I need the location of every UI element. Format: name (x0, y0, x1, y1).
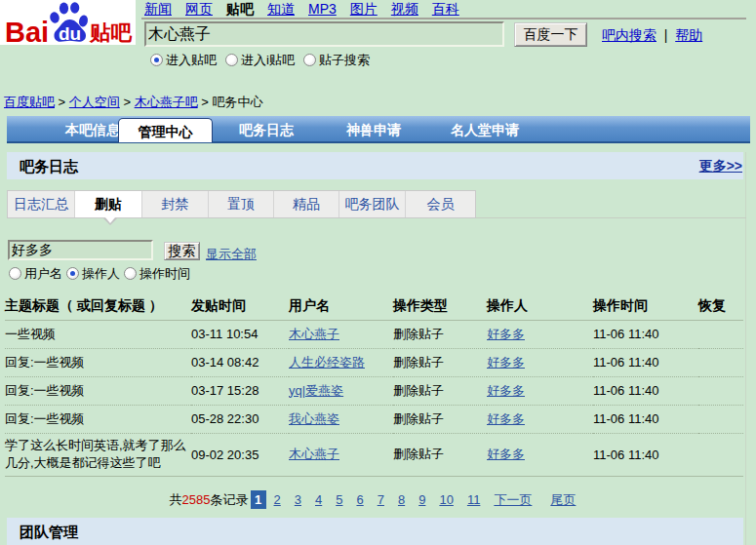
svg-text:贴吧: 贴吧 (89, 21, 133, 45)
svg-text:Bai: Bai (5, 17, 49, 45)
svg-text:du: du (59, 23, 81, 44)
